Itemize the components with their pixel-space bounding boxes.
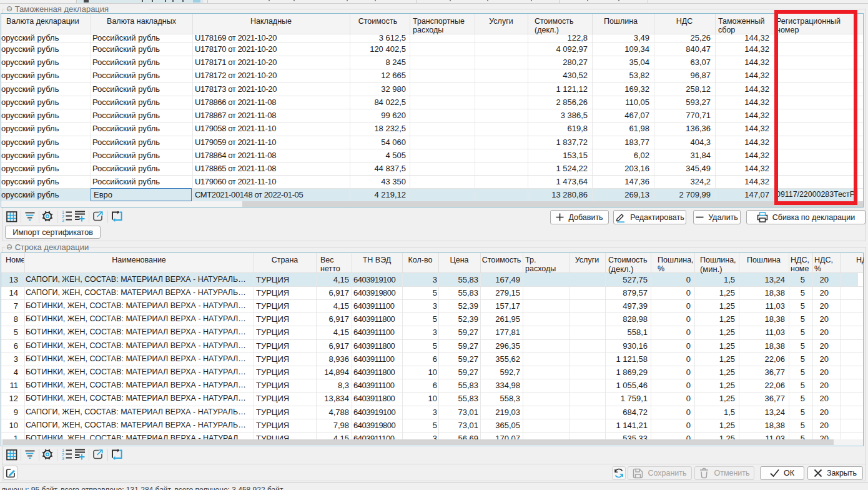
svg-text:3: 3 bbox=[62, 456, 64, 461]
svg-text:3: 3 bbox=[62, 218, 64, 222]
